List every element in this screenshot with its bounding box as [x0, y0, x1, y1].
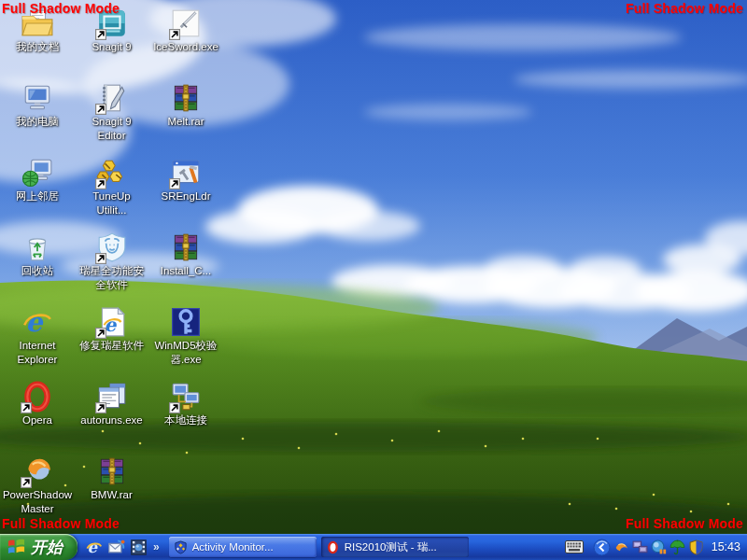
- taskbar-button-label: Activity Monitor...: [192, 541, 274, 553]
- desktop-icon-icesword-exe[interactable]: IceSword.exe: [149, 7, 222, 54]
- desktop-icon-install-c-rar[interactable]: Install_C...: [149, 231, 222, 278]
- opera16-icon: [326, 540, 340, 554]
- local-area-connection-icon: [170, 381, 202, 413]
- shadow-mode-label-top-right: Full Shadow Mode: [626, 1, 743, 16]
- tuneup-utilities-icon: [96, 157, 128, 189]
- desktop-icon-local-area-connection[interactable]: 本地连接: [149, 381, 222, 427]
- desktop-icon-label: Install_C...: [149, 264, 222, 278]
- desktop-icon-label: Opera: [1, 413, 74, 427]
- my-computer-icon: [21, 82, 53, 114]
- shortcut-arrow-icon: [95, 178, 106, 189]
- desktop-icon-label: Internet Explorer: [1, 339, 74, 367]
- hidden-icons-chevron-icon[interactable]: [593, 539, 611, 556]
- desktop-icon-label: Melt.rar: [149, 115, 222, 129]
- shortcut-arrow-icon: [95, 253, 106, 264]
- desktop-icon-label: 瑞星全功能安 全软件: [76, 264, 148, 292]
- desktop-icon-srengldr[interactable]: SREngLdr: [149, 157, 222, 203]
- desktop-icon-repair-rising[interactable]: e修复瑞星软件: [76, 306, 148, 353]
- shortcut-arrow-icon: [21, 402, 32, 413]
- desktop-icon-autoruns-exe[interactable]: autoruns.exe: [76, 381, 148, 427]
- desktop-icon-label: WinMD5校验 器.exe: [149, 339, 222, 367]
- shortcut-arrow-icon: [95, 29, 106, 40]
- taskbar-button-label: RIS2010测试 - 瑞...: [345, 540, 437, 554]
- desktop-icon-melt-rar[interactable]: Melt.rar: [149, 82, 222, 129]
- desktop-icon-powershadow-master[interactable]: PowerShadow Master: [1, 455, 74, 516]
- windows-xp-desktop-screen: Full Shadow Mode Full Shadow Mode Full S…: [0, 0, 747, 560]
- opera-icon: [21, 381, 53, 413]
- desktop-icon-winmd5-exe[interactable]: WinMD5校验 器.exe: [149, 306, 222, 367]
- taskbar: 开始 » e Activity Monitor...RIS2010测试 - 瑞.…: [0, 534, 747, 560]
- ime-keyboard-icon[interactable]: [565, 540, 584, 553]
- shortcut-arrow-icon: [169, 29, 180, 40]
- task-buttons: Activity Monitor...RIS2010测试 - 瑞...: [164, 537, 469, 557]
- shortcut-arrow-icon: [169, 402, 180, 413]
- repair-rising-icon: e: [96, 306, 128, 338]
- desktop-icon-tuneup-utilities[interactable]: TuneUp Utilit...: [76, 157, 148, 217]
- desktop-icon-network-places[interactable]: 网上邻居: [1, 157, 74, 203]
- powershadow-tray-icon[interactable]: [613, 539, 629, 555]
- shadow-mode-label-top-left: Full Shadow Mode: [2, 1, 120, 16]
- desktop-icon-bmw-rar[interactable]: BMW.rar: [76, 455, 148, 502]
- shortcut-arrow-icon: [169, 178, 180, 189]
- shortcut-arrow-icon: [21, 477, 32, 488]
- shadow-mode-label-bottom-left: Full Shadow Mode: [2, 516, 120, 531]
- desktop-icon-label: 网上邻居: [1, 189, 74, 203]
- desktop-icon-label: 本地连接: [149, 413, 222, 427]
- desktop-icon-label: PowerShadow Master: [1, 488, 74, 516]
- desktop-icon-label: Snagit 9: [76, 40, 148, 54]
- recycle-bin-icon: [21, 231, 53, 263]
- bmw-rar-icon: [96, 455, 128, 487]
- shortcut-arrow-icon: [95, 104, 106, 115]
- desktop-icon-label: 我的文档: [1, 40, 74, 54]
- desktop-icon-label: autoruns.exe: [76, 413, 148, 427]
- taskbar-button-ris2010-test[interactable]: RIS2010测试 - 瑞...: [321, 537, 469, 557]
- powershadow-master-icon: [21, 455, 53, 487]
- shortcut-arrow-icon: [95, 328, 106, 339]
- desktop-icon-label: 修复瑞星软件: [76, 339, 148, 353]
- quick-launch-bar: » e: [78, 539, 164, 556]
- desktop-icon-label: Snagit 9 Editor: [76, 115, 148, 143]
- desktop-icon-label: 我的电脑: [1, 115, 74, 129]
- shield-activity-icon: [174, 540, 188, 554]
- quicklaunch-media-player-icon[interactable]: [130, 539, 148, 556]
- desktop-icon-snagit-9-editor[interactable]: Snagit 9 Editor: [76, 82, 148, 143]
- network-connection-tray-icon[interactable]: [632, 539, 648, 555]
- network-places-icon: [21, 157, 53, 189]
- desktop-icon-grid: 我的文档Snagit 9IceSword.exe我的电脑Snagit 9 Edi…: [0, 0, 747, 534]
- desktop-icon-label: 回收站: [1, 264, 74, 278]
- rising-umbrella-tray-icon[interactable]: [669, 539, 685, 555]
- desktop-icon-label: IceSword.exe: [149, 40, 222, 54]
- taskbar-clock[interactable]: 15:43: [712, 540, 740, 553]
- system-tray: 15:43: [591, 534, 747, 560]
- start-button[interactable]: 开始: [0, 534, 78, 560]
- install-c-rar-icon: [170, 231, 202, 263]
- desktop-icon-my-computer[interactable]: 我的电脑: [1, 82, 74, 129]
- desktop-icon-label: SREngLdr: [149, 189, 222, 203]
- snagit-9-editor-icon: [96, 82, 128, 114]
- autoruns-exe-icon: [96, 381, 128, 413]
- desktop-icon-recycle-bin[interactable]: 回收站: [1, 231, 74, 278]
- desktop-icon-label: TuneUp Utilit...: [76, 189, 148, 217]
- shortcut-arrow-icon: [95, 402, 106, 413]
- desktop-icon-internet-explorer[interactable]: eInternet Explorer: [1, 306, 74, 367]
- desktop-icon-opera[interactable]: Opera: [1, 381, 74, 427]
- rising-monitor-tray-icon[interactable]: [651, 539, 667, 555]
- quicklaunch-internet-explorer-icon[interactable]: e: [85, 539, 103, 556]
- start-button-label: 开始: [31, 537, 63, 558]
- shadow-mode-label-bottom-right: Full Shadow Mode: [626, 516, 743, 531]
- windows-flag-icon: [7, 538, 26, 557]
- desktop-icon-rising-security[interactable]: 瑞星全功能安 全软件: [76, 231, 148, 292]
- winmd5-exe-icon: [170, 306, 202, 338]
- icesword-exe-icon: [170, 7, 202, 39]
- internet-explorer-icon: e: [21, 306, 53, 338]
- quicklaunch-outlook-express-icon[interactable]: [107, 539, 125, 556]
- melt-rar-icon: [170, 82, 202, 114]
- taskbar-button-activity-monitor[interactable]: Activity Monitor...: [169, 537, 317, 557]
- rising-security-icon: [96, 231, 128, 263]
- srengldr-icon: [170, 157, 202, 189]
- desktop-icon-label: BMW.rar: [76, 488, 148, 502]
- quick-launch-overflow-chevron-icon[interactable]: »: [153, 540, 160, 553]
- security-shield-tray-icon[interactable]: [688, 539, 704, 555]
- svg-text:e: e: [25, 306, 44, 338]
